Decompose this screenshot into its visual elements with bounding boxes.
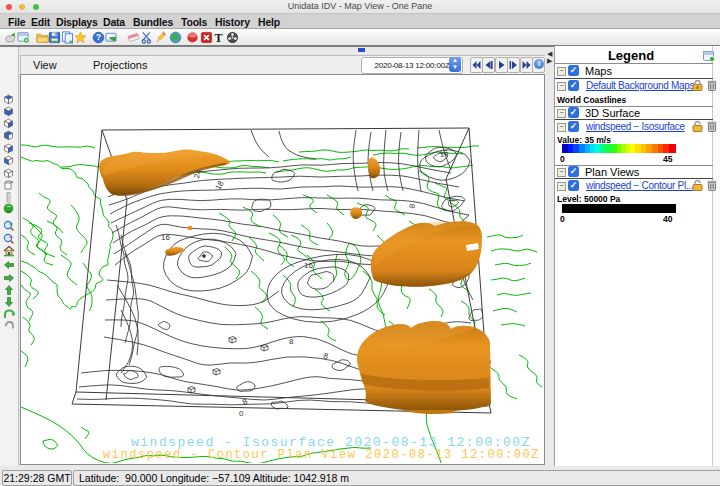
svg-text:8: 8 xyxy=(289,337,294,346)
svg-text:windspeed - Contour Plan View: windspeed - Contour Plan View 2020-08-13… xyxy=(103,448,540,462)
svg-text:8: 8 xyxy=(241,396,249,406)
svg-text:16: 16 xyxy=(161,233,170,242)
svg-text:?: ? xyxy=(95,32,100,42)
svg-text:8: 8 xyxy=(408,203,418,209)
svg-text:0: 0 xyxy=(239,409,244,418)
svg-text:T: T xyxy=(214,31,222,44)
svg-text:16: 16 xyxy=(304,261,313,270)
